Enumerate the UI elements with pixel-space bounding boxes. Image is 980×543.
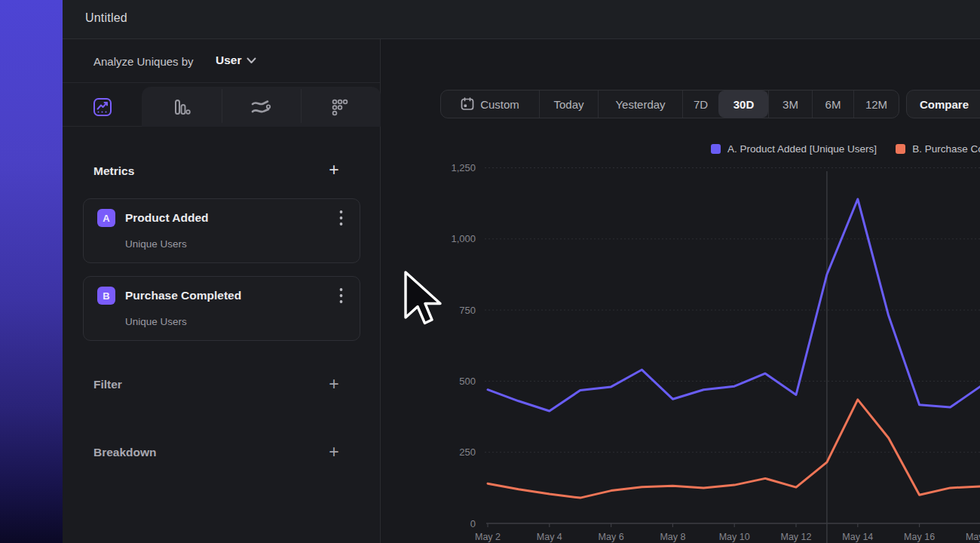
svg-text:May 14: May 14 <box>842 532 873 542</box>
metric-badge-a: A <box>97 209 115 227</box>
analyze-by-value: User <box>216 54 241 67</box>
report-title[interactable]: Untitled <box>85 11 127 25</box>
metric-name: Product Added <box>125 211 209 225</box>
svg-text:May 8: May 8 <box>660 532 685 542</box>
filter-section-title: Filter <box>93 378 122 391</box>
metric-measure: Unique Users <box>125 238 187 250</box>
svg-text:May 2: May 2 <box>475 532 501 542</box>
tab-retention-grid[interactable] <box>300 87 379 127</box>
kebab-icon <box>339 210 343 226</box>
tab-flow-chart[interactable] <box>221 87 300 127</box>
svg-text:May 16: May 16 <box>904 532 935 542</box>
calendar-icon <box>461 97 474 111</box>
metric-badge-b: B <box>97 287 115 305</box>
metric-name: Purchase Completed <box>125 289 241 302</box>
range-12m[interactable]: 12M <box>853 90 899 118</box>
date-range-selector: CustomTodayYesterday7D30D3M6M12M <box>440 90 899 118</box>
legend-label: B. Purchase Completed [Unique Users] <box>912 143 980 155</box>
compare-button[interactable]: Compare <box>906 90 980 118</box>
range-label: 12M <box>865 98 887 111</box>
svg-text:May 12: May 12 <box>781 532 812 542</box>
tab-bar-chart[interactable] <box>142 87 221 127</box>
range-label: 6M <box>825 98 841 111</box>
svg-text:May 6: May 6 <box>599 532 624 542</box>
range-yesterday[interactable]: Yesterday <box>598 90 682 118</box>
legend-label: A. Product Added [Unique Users] <box>727 143 877 155</box>
flow-chart-icon <box>250 97 271 117</box>
metric-measure: Unique Users <box>125 316 187 327</box>
add-metric-button[interactable]: + <box>325 161 343 179</box>
metric-card-a[interactable]: A Product Added Unique Users <box>83 198 360 263</box>
svg-text:1,250: 1,250 <box>451 162 476 173</box>
range-30d[interactable]: 30D <box>718 90 768 118</box>
range-7d[interactable]: 7D <box>682 90 718 118</box>
add-filter-button[interactable]: + <box>325 375 343 393</box>
range-today[interactable]: Today <box>539 90 598 118</box>
range-custom[interactable]: Custom <box>441 90 539 118</box>
desktop-wallpaper <box>0 0 63 543</box>
retention-grid-icon <box>330 97 350 117</box>
metric-options-button[interactable] <box>332 209 349 227</box>
legend-item[interactable]: A. Product Added [Unique Users] <box>711 143 877 155</box>
chart-legend: A. Product Added [Unique Users]B. Purcha… <box>711 143 980 155</box>
mouse-cursor <box>403 271 449 331</box>
chevron-down-icon <box>247 57 256 64</box>
bar-chart-icon <box>172 97 191 117</box>
add-breakdown-button[interactable]: + <box>325 443 343 461</box>
svg-text:0: 0 <box>470 518 476 529</box>
breakdown-section-title: Breakdown <box>93 446 157 459</box>
chart-type-tabs <box>63 83 380 127</box>
svg-text:1,000: 1,000 <box>451 233 476 244</box>
line-chart-icon <box>93 97 112 117</box>
range-label: Today <box>553 98 583 111</box>
kebab-icon <box>339 287 343 304</box>
screen: Untitled Analyze Uniques by User <box>0 0 980 543</box>
metrics-section-title: Metrics <box>93 164 134 178</box>
range-label: 7D <box>694 98 708 111</box>
svg-text:May 18: May 18 <box>966 532 980 542</box>
analyze-by-dropdown[interactable]: User <box>216 54 256 67</box>
metric-card-b[interactable]: B Purchase Completed Unique Users <box>83 276 360 341</box>
legend-item[interactable]: B. Purchase Completed [Unique Users] <box>896 143 980 155</box>
line-chart: 02505007501,0001,250May 2May 4May 6May 8… <box>381 155 980 543</box>
range-label: Yesterday <box>615 98 665 111</box>
analyze-by-label: Analyze Uniques by <box>93 55 194 68</box>
compare-label: Compare <box>920 98 969 111</box>
svg-text:750: 750 <box>459 305 476 316</box>
svg-text:500: 500 <box>459 376 476 387</box>
range-label: 30D <box>733 98 755 111</box>
metric-options-button[interactable] <box>332 287 349 305</box>
range-label: Custom <box>480 98 519 111</box>
svg-text:May 10: May 10 <box>719 532 750 542</box>
legend-swatch <box>896 144 905 154</box>
range-6m[interactable]: 6M <box>812 90 853 118</box>
app-header: Untitled <box>63 0 980 39</box>
analyze-by-row: Analyze Uniques by User <box>63 39 380 83</box>
svg-text:May 4: May 4 <box>537 532 562 542</box>
query-sidebar: Analyze Uniques by User <box>63 39 381 543</box>
range-3m[interactable]: 3M <box>768 90 812 118</box>
range-label: 3M <box>782 98 798 111</box>
tab-line-chart[interactable] <box>63 87 142 127</box>
legend-swatch <box>711 144 721 154</box>
svg-text:250: 250 <box>459 446 476 458</box>
